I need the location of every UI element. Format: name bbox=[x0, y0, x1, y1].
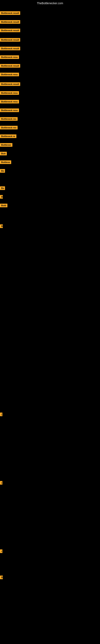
bottleneck-result-label: Bottleneck res bbox=[0, 126, 18, 130]
bottleneck-result-label: Bottleneck res bbox=[0, 117, 18, 121]
bottleneck-result-label: Bottleneck result bbox=[0, 11, 20, 15]
bottleneck-result-label: B bbox=[0, 195, 3, 199]
bottleneck-result-label: Bottleneck result bbox=[0, 47, 20, 50]
bottleneck-result-label: Bottleneck result bbox=[0, 38, 20, 42]
bottleneck-result-label: Bott bbox=[0, 152, 7, 155]
bottleneck-badge-9: Bottleneck result bbox=[0, 82, 20, 87]
bottleneck-badge-25: | bbox=[0, 481, 2, 486]
site-title: TheBottlenecker.com bbox=[0, 0, 100, 6]
bottleneck-badge-6: Bottleneck resu bbox=[0, 55, 19, 60]
bottleneck-result-label: B bbox=[0, 224, 3, 228]
bottleneck-badge-22: Bottl bbox=[0, 204, 7, 208]
bottleneck-result-label: Bo bbox=[0, 186, 5, 190]
bottleneck-badge-8: Bottleneck resu bbox=[0, 73, 19, 77]
bottleneck-badge-24: | bbox=[0, 412, 2, 417]
bottleneck-badge-26: r bbox=[0, 550, 2, 554]
bottleneck-badge-11: Bottleneck resu bbox=[0, 100, 19, 104]
bottleneck-result-label: Bo bbox=[0, 169, 5, 173]
bottleneck-result-label: | bbox=[0, 481, 2, 484]
bottleneck-result-label: B bbox=[0, 576, 3, 579]
bottleneck-badge-5: Bottleneck result bbox=[0, 47, 20, 51]
bottleneck-result-label: Bottleneck resu bbox=[0, 55, 19, 59]
bottleneck-badge-3: Bottleneck result bbox=[0, 28, 20, 33]
bottleneck-badge-12: Bottleneck resu bbox=[0, 108, 19, 113]
bottleneck-badge-21: B bbox=[0, 195, 3, 200]
bottleneck-result-label: Bottleneck re bbox=[0, 134, 16, 138]
bottleneck-badge-15: Bottleneck re bbox=[0, 134, 16, 139]
bottleneck-result-label: Bottleneck resu bbox=[0, 91, 19, 95]
bottleneck-result-label: r bbox=[0, 550, 2, 553]
bottleneck-badge-17: Bott bbox=[0, 152, 7, 156]
bottleneck-badge-14: Bottleneck res bbox=[0, 126, 18, 130]
bottleneck-result-label: Bottl bbox=[0, 204, 7, 207]
bottleneck-badge-16: Bottlenec bbox=[0, 143, 12, 148]
bottleneck-badge-20: Bo bbox=[0, 186, 5, 191]
bottleneck-result-label: Bottleneck result bbox=[0, 20, 20, 24]
bottleneck-badge-19: Bo bbox=[0, 169, 5, 174]
bottleneck-result-label: Bottlenec bbox=[0, 143, 12, 147]
bottleneck-result-label: Bottleneck result bbox=[0, 28, 20, 32]
bottleneck-result-label: Bottleneck result bbox=[0, 82, 20, 86]
bottleneck-result-label: Bottleneck resu bbox=[0, 108, 19, 112]
bottleneck-badge-10: Bottleneck resu bbox=[0, 91, 19, 96]
bottleneck-badge-23: B bbox=[0, 224, 3, 229]
bottleneck-result-label: | bbox=[0, 412, 2, 416]
bottleneck-badge-1: Bottleneck result bbox=[0, 11, 20, 16]
bottleneck-result-label: Bottleneck resu bbox=[0, 73, 19, 76]
bottleneck-badge-18: Bottlene bbox=[0, 160, 11, 165]
bottleneck-badge-4: Bottleneck result bbox=[0, 38, 20, 42]
bottleneck-badge-2: Bottleneck result bbox=[0, 20, 20, 24]
bottleneck-result-label: Bottleneck result bbox=[0, 64, 20, 68]
bottleneck-badge-7: Bottleneck result bbox=[0, 64, 20, 68]
bottleneck-badge-27: B bbox=[0, 576, 3, 580]
bottleneck-result-label: Bottlene bbox=[0, 160, 11, 164]
bottleneck-badge-13: Bottleneck res bbox=[0, 117, 18, 122]
bottleneck-result-label: Bottleneck resu bbox=[0, 100, 19, 104]
